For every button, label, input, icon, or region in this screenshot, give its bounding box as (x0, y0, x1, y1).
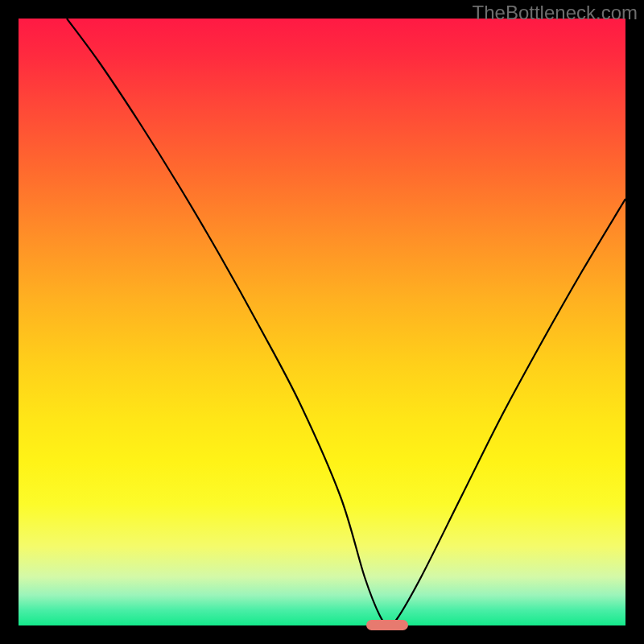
bottleneck-curve (19, 19, 625, 625)
chart-frame (19, 19, 625, 625)
watermark-text: TheBottleneck.com (473, 2, 638, 24)
optimal-marker (366, 620, 408, 630)
